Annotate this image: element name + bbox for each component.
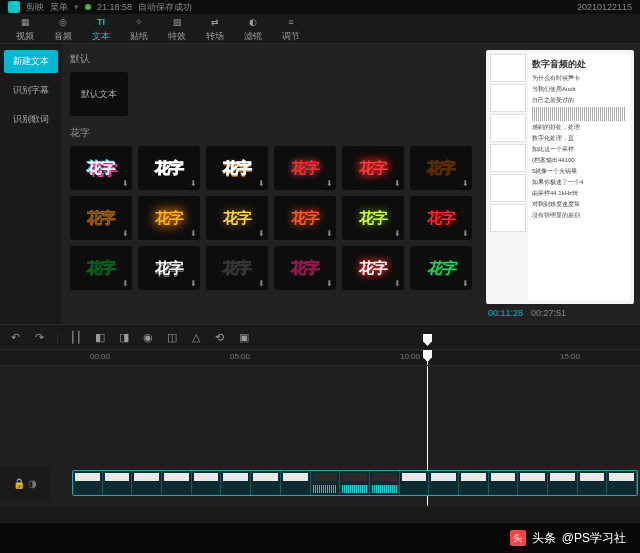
download-icon: ⬇ (190, 279, 197, 288)
fancy-card[interactable]: 花字⬇ (70, 246, 132, 290)
fancy-card[interactable]: 花字⬇ (70, 196, 132, 240)
download-icon: ⬇ (190, 229, 197, 238)
ruler-tick: 15:00 (560, 352, 580, 361)
page-thumb (490, 84, 526, 112)
sticker-icon: ✧ (132, 15, 146, 29)
fancy-card[interactable]: 花字⬇ (274, 196, 336, 240)
footer-handle: @PS学习社 (562, 530, 626, 547)
fancy-card[interactable]: 花字⬇ (206, 146, 268, 190)
fancy-card[interactable]: 花字⬇ (410, 146, 472, 190)
download-icon: ⬇ (326, 279, 333, 288)
download-icon: ⬇ (394, 179, 401, 188)
adjust-icon: ≡ (284, 15, 298, 29)
split-button[interactable]: ⎮⎮ (69, 330, 83, 344)
download-icon: ⬇ (326, 179, 333, 188)
download-icon: ⬇ (462, 229, 469, 238)
fancy-card[interactable]: 花字⬇ (410, 196, 472, 240)
download-icon: ⬇ (122, 279, 129, 288)
default-text-card[interactable]: 默认文本 (70, 72, 128, 116)
tab-transition[interactable]: ⇄转场 (198, 13, 232, 45)
ruler-tick: 00:00 (90, 352, 110, 361)
text-asset-panel: 默认 默认文本 花字 花字⬇ 花字⬇ 花字⬇ 花字⬇ 花字⬇ 花字⬇ 花字⬇ 花… (62, 44, 480, 324)
fancy-card[interactable]: 花字⬇ (138, 246, 200, 290)
tab-audio[interactable]: ◎音频 (46, 13, 80, 45)
crop-button[interactable]: ◫ (165, 330, 179, 344)
crop2-button[interactable]: ▣ (237, 330, 251, 344)
download-icon: ⬇ (326, 229, 333, 238)
preview-timecode: 00:11:28 00:27:51 (486, 304, 634, 318)
asset-tabs: ▦视频 ◎音频 TI文本 ✧贴纸 ▧特效 ⇄转场 ◐滤镜 ≡调节 (0, 14, 640, 44)
page-thumb (490, 114, 526, 142)
page-thumb (490, 54, 526, 82)
fancy-card[interactable]: 花字⬇ (410, 246, 472, 290)
watermark-footer: 头 头条 @PS学习社 (0, 523, 640, 553)
preview-canvas[interactable]: 数字音频的处 为什么有时候声卡 当我们使用Audit 自己之前受过的 感到的好处… (486, 50, 634, 304)
footer-prefix: 头条 (532, 530, 556, 547)
tab-text[interactable]: TI文本 (84, 13, 118, 45)
video-icon: ▦ (18, 15, 32, 29)
fancy-card[interactable]: 花字⬇ (342, 146, 404, 190)
download-icon: ⬇ (258, 279, 265, 288)
download-icon: ⬇ (462, 179, 469, 188)
text-sidebar: 新建文本 识别字幕 识别歌词 (0, 44, 62, 324)
rotate-button[interactable]: ⟲ (213, 330, 227, 344)
tab-adjust[interactable]: ≡调节 (274, 13, 308, 45)
tab-video[interactable]: ▦视频 (8, 13, 42, 45)
timestamp: 20210122115 (577, 2, 632, 12)
fancy-card[interactable]: 花字⬇ (138, 196, 200, 240)
download-icon: ⬇ (122, 179, 129, 188)
download-icon: ⬇ (190, 179, 197, 188)
page-thumb (490, 204, 526, 232)
eye-icon[interactable]: ◑ (28, 478, 37, 489)
record-button[interactable]: ◉ (141, 330, 155, 344)
track-header: 🔒 ◑ (0, 466, 50, 500)
sidebar-item-lyrics[interactable]: 识别歌词 (4, 108, 58, 131)
toutiao-icon: 头 (510, 530, 526, 546)
fancy-card[interactable]: 花字⬇ (342, 246, 404, 290)
fancy-card[interactable]: 花字⬇ (342, 196, 404, 240)
fancy-card[interactable]: 花字⬇ (206, 246, 268, 290)
fancy-card[interactable]: 花字⬇ (70, 146, 132, 190)
slide-title: 数字音频的处 (532, 58, 626, 71)
download-icon: ⬇ (258, 179, 265, 188)
status-dot-icon (85, 4, 91, 10)
timeline-ruler[interactable]: 00:00 05:00 10:00 15:00 (0, 350, 640, 366)
ruler-tick: 05:00 (230, 352, 250, 361)
transition-icon: ⇄ (208, 15, 222, 29)
video-clip[interactable]: 20190909Audition CC 2019 中文教程 - sc10 采样率… (72, 470, 638, 496)
page-thumb (490, 174, 526, 202)
sidebar-item-subtitle[interactable]: 识别字幕 (4, 79, 58, 102)
ruler-tick: 10:00 (400, 352, 420, 361)
clock: 21:18:58 (97, 2, 132, 12)
fancy-card[interactable]: 花字⬇ (138, 146, 200, 190)
doc-slide: 数字音频的处 为什么有时候声卡 当我们使用Audit 自己之前受过的 感到的好处… (528, 54, 630, 300)
timeline-toolbar: ↶ ↷ | ⎮⎮ ◧ ◨ ◉ ◫ △ ⟲ ▣ (0, 324, 640, 350)
tab-filter[interactable]: ◐滤镜 (236, 13, 270, 45)
download-icon: ⬇ (122, 229, 129, 238)
tab-effect[interactable]: ▧特效 (160, 13, 194, 45)
fancy-text-grid: 花字⬇ 花字⬇ 花字⬇ 花字⬇ 花字⬇ 花字⬇ 花字⬇ 花字⬇ 花字⬇ 花字⬇ … (70, 146, 472, 290)
download-icon: ⬇ (462, 279, 469, 288)
delete-left-button[interactable]: ◧ (93, 330, 107, 344)
total-time: 00:27:51 (531, 308, 566, 318)
fancy-card[interactable]: 花字⬇ (274, 246, 336, 290)
page-thumb (490, 144, 526, 172)
fancy-card[interactable]: 花字⬇ (274, 146, 336, 190)
fancy-card[interactable]: 花字⬇ (206, 196, 268, 240)
delete-right-button[interactable]: ◨ (117, 330, 131, 344)
lock-icon[interactable]: 🔒 (13, 478, 25, 489)
mirror-button[interactable]: △ (189, 330, 203, 344)
section-default-label: 默认 (70, 52, 472, 66)
text-icon: TI (94, 15, 108, 29)
effect-icon: ▧ (170, 15, 184, 29)
section-fancy-label: 花字 (70, 126, 472, 140)
download-icon: ⬇ (394, 279, 401, 288)
current-time: 00:11:28 (488, 308, 523, 318)
undo-button[interactable]: ↶ (8, 330, 22, 344)
tab-sticker[interactable]: ✧贴纸 (122, 13, 156, 45)
download-icon: ⬇ (258, 229, 265, 238)
preview-panel: 数字音频的处 为什么有时候声卡 当我们使用Audit 自己之前受过的 感到的好处… (480, 44, 640, 324)
sidebar-item-new-text[interactable]: 新建文本 (4, 50, 58, 73)
timeline[interactable]: 🔒 ◑ 20190909Audition CC 2019 中文教程 - sc10… (0, 366, 640, 506)
redo-button[interactable]: ↷ (32, 330, 46, 344)
